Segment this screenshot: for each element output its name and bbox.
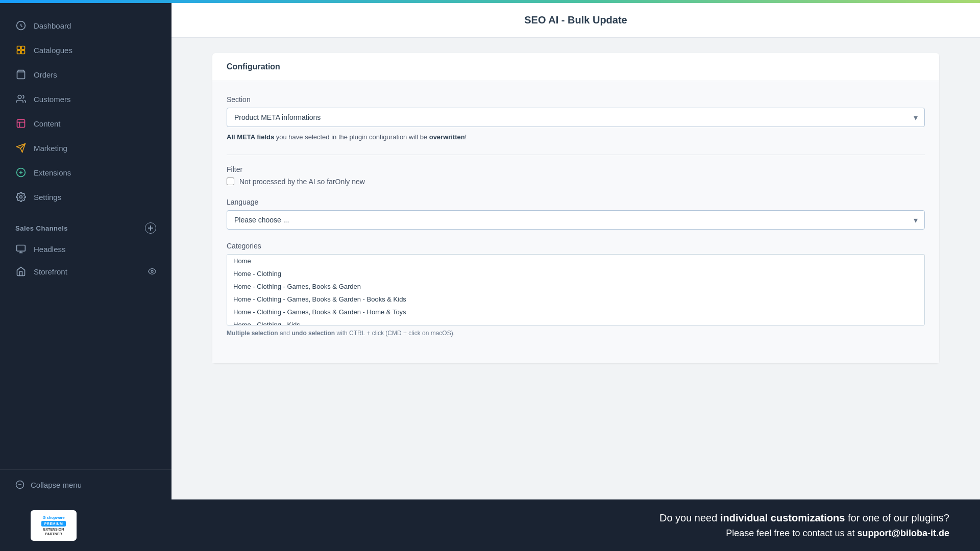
sidebar-item-headless[interactable]: Headless — [0, 238, 172, 260]
sidebar-item-headless-label: Headless — [34, 245, 156, 254]
logo-extension-text: EXTENSION — [43, 528, 64, 531]
sales-channels-label: Sales Channels — [15, 224, 68, 232]
configuration-card-title: Configuration — [212, 53, 939, 81]
add-sales-channel-button[interactable] — [145, 222, 156, 234]
sidebar-item-customers[interactable]: Customers — [0, 87, 172, 111]
section-form-group: Section Product META informations Catego… — [227, 95, 925, 142]
logo-premium-text: PREMIUM — [41, 521, 66, 527]
sidebar-item-content[interactable]: Content — [0, 111, 172, 136]
customers-icon — [15, 93, 27, 105]
logo-partner-text: PARTNER — [45, 532, 62, 536]
footer-cta-part2: for one of our plugins? — [845, 512, 949, 523]
catalogues-icon — [15, 44, 27, 56]
collapse-menu-label: Collapse menu — [31, 481, 82, 489]
content-icon — [15, 118, 27, 129]
sidebar-item-extensions[interactable]: Extensions — [0, 160, 172, 185]
sidebar-footer: Collapse menu — [0, 469, 172, 499]
multi-select-hint-part4: with CTRL + click (CMD + click on macOS)… — [335, 330, 455, 337]
sidebar-item-orders-label: Orders — [34, 70, 57, 79]
language-label: Language — [227, 198, 925, 206]
list-item[interactable]: Home - Clothing - Games, Books & Garden … — [227, 293, 924, 306]
divider-1 — [227, 155, 925, 155]
sidebar-item-storefront[interactable]: Storefront — [0, 260, 172, 283]
shopware-logo-badge: G shopware PREMIUM EXTENSION PARTNER — [31, 510, 77, 541]
svg-rect-4 — [21, 51, 25, 54]
storefront-eye-icon[interactable] — [148, 267, 156, 276]
svg-point-6 — [18, 95, 21, 99]
sidebar-item-marketing[interactable]: Marketing — [0, 136, 172, 160]
configuration-card: Configuration Section Product META infor… — [212, 53, 939, 363]
sidebar-nav: Dashboard Catalogues Orders — [0, 3, 172, 469]
shopware-logo-text: G shopware — [43, 515, 65, 520]
language-select-wrapper: Please choose ... English German French … — [227, 210, 925, 230]
list-item[interactable]: Home - Clothing — [227, 267, 924, 280]
section-select-wrapper: Product META informations Category META … — [227, 108, 925, 127]
svg-point-11 — [20, 196, 22, 198]
footer: G shopware PREMIUM EXTENSION PARTNER Do … — [0, 499, 980, 551]
footer-support-email: support@biloba-it.de — [857, 528, 949, 538]
sales-channels-section: Sales Channels — [0, 213, 172, 238]
categories-label: Categories — [227, 242, 925, 250]
categories-form-group: Categories Home Home - Clothing Home - C… — [227, 242, 925, 337]
sidebar-item-catalogues-label: Catalogues — [34, 46, 72, 55]
footer-contact-text: Please feel free to contact us at — [726, 528, 857, 538]
sidebar-item-extensions-label: Extensions — [34, 168, 71, 177]
list-item[interactable]: Home - Clothing - Kids — [227, 318, 924, 325]
section-select[interactable]: Product META informations Category META … — [227, 108, 925, 127]
sidebar-item-storefront-label: Storefront — [34, 267, 141, 276]
footer-cta-text: Do you need individual customizations fo… — [659, 510, 949, 541]
multi-select-hint-part3: undo selection — [291, 330, 335, 337]
filter-form-group: Filter Not processed by the AI so farOnl… — [227, 165, 925, 186]
language-select[interactable]: Please choose ... English German French — [227, 210, 925, 230]
orders-icon — [15, 69, 27, 80]
svg-rect-2 — [21, 46, 25, 50]
svg-rect-7 — [17, 120, 25, 128]
meta-warning-end: ! — [465, 133, 467, 141]
marketing-icon — [15, 142, 27, 154]
dashboard-icon — [15, 20, 27, 31]
multi-select-hint: Multiple selection and undo selection wi… — [227, 330, 925, 337]
svg-point-17 — [151, 270, 153, 272]
meta-warning-overwritten: overwritten — [429, 133, 465, 141]
sidebar-item-settings[interactable]: Settings — [0, 185, 172, 209]
storefront-icon — [15, 266, 27, 277]
meta-warning-middle: you have selected in the plugin configur… — [274, 133, 429, 141]
main-content: SEO AI - Bulk Update Configuration Secti… — [172, 3, 980, 499]
svg-rect-3 — [17, 51, 21, 54]
svg-rect-14 — [17, 245, 26, 252]
sidebar-item-content-label: Content — [34, 119, 61, 128]
extensions-icon — [15, 167, 27, 178]
filter-label: Filter — [227, 165, 925, 173]
filter-checkbox[interactable] — [227, 178, 234, 185]
headless-icon — [15, 243, 27, 255]
sidebar-item-dashboard[interactable]: Dashboard — [0, 13, 172, 38]
multi-select-hint-part2: and — [278, 330, 292, 337]
page-content: Configuration Section Product META infor… — [172, 38, 980, 499]
meta-warning-text: All META fields you have selected in the… — [227, 132, 925, 142]
sidebar-item-settings-label: Settings — [34, 193, 61, 202]
section-label: Section — [227, 95, 925, 104]
svg-rect-1 — [17, 46, 21, 50]
footer-cta-line1: Do you need individual customizations fo… — [659, 510, 949, 526]
list-item[interactable]: Home - Clothing - Games, Books & Garden — [227, 280, 924, 293]
page-title: SEO AI - Bulk Update — [212, 14, 939, 26]
sidebar-item-dashboard-label: Dashboard — [34, 21, 71, 30]
sidebar-item-customers-label: Customers — [34, 95, 71, 104]
sidebar-item-marketing-label: Marketing — [34, 144, 67, 153]
list-item[interactable]: Home - Clothing - Games, Books & Garden … — [227, 306, 924, 318]
meta-warning-bold: All META fields — [227, 133, 274, 141]
list-item[interactable]: Home — [227, 255, 924, 267]
footer-logo: G shopware PREMIUM EXTENSION PARTNER — [31, 510, 77, 541]
collapse-menu-button[interactable]: Collapse menu — [15, 480, 156, 489]
categories-list[interactable]: Home Home - Clothing Home - Clothing - G… — [227, 254, 925, 325]
footer-cta-part1: Do you need — [659, 512, 720, 523]
language-form-group: Language Please choose ... English Germa… — [227, 198, 925, 230]
filter-checkbox-row: Not processed by the AI so farOnly new — [227, 178, 925, 186]
sidebar-item-orders[interactable]: Orders — [0, 62, 172, 87]
footer-contact-line: Please feel free to contact us at suppor… — [659, 526, 949, 541]
sidebar-item-catalogues[interactable]: Catalogues — [0, 38, 172, 62]
footer-cta-bold: individual customizations — [720, 512, 845, 523]
filter-checkbox-label: Not processed by the AI so farOnly new — [239, 178, 365, 186]
multi-select-hint-part1: Multiple selection — [227, 330, 278, 337]
page-header: SEO AI - Bulk Update — [172, 3, 980, 38]
